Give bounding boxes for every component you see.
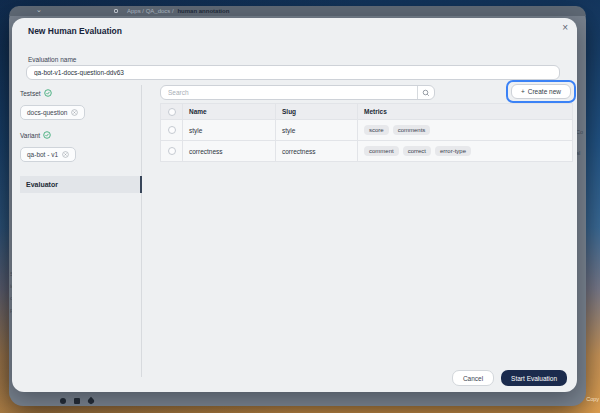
cell-metrics: score comments (358, 120, 573, 140)
plus-icon: + (521, 88, 525, 95)
cell-slug: correctness (276, 141, 358, 161)
breadcrumb-current: human annotation (177, 8, 229, 14)
create-new-button[interactable]: + Create new (511, 84, 571, 99)
table-row[interactable]: style style score comments (160, 120, 573, 141)
chevron-down-icon[interactable]: ⌄ (36, 5, 42, 15)
column-header-slug: Slug (276, 104, 358, 119)
testset-label: Testset (20, 89, 141, 97)
desktop-copy-text: Copy (586, 396, 599, 402)
column-header-name: Name (183, 104, 276, 119)
cell-name: style (183, 120, 276, 140)
search-icon[interactable] (417, 86, 434, 99)
row-checkbox[interactable] (168, 147, 176, 155)
close-icon[interactable]: × (562, 23, 568, 33)
app-topbar: ⌄ Apps / QA_docs / human annotation (9, 6, 586, 16)
table-row[interactable]: correctness correctness comment correct … (160, 141, 573, 162)
search-input[interactable] (161, 89, 417, 96)
remove-circle-icon[interactable] (62, 151, 69, 158)
background-right-text-fragments: Co al (576, 122, 585, 164)
twitter-icon[interactable] (87, 397, 95, 405)
create-new-highlight-ring: + Create new (506, 80, 576, 103)
variant-chip[interactable]: qa-bot - v1 (20, 147, 76, 162)
table-header-row: Name Slug Metrics (160, 104, 573, 120)
testset-chip[interactable]: docs-question (20, 105, 85, 120)
github-icon[interactable] (60, 398, 66, 404)
new-human-evaluation-modal: New Human Evaluation × Evaluation name T… (12, 18, 577, 392)
cell-metrics: comment correct error-type (358, 141, 573, 161)
cell-name: correctness (183, 141, 276, 161)
remove-circle-icon[interactable] (71, 109, 78, 116)
linkedin-icon[interactable] (74, 398, 80, 404)
metric-chip: comment (364, 146, 399, 156)
modal-footer: Cancel Start Evaluation (452, 370, 567, 386)
modal-body: Testset docs-question Variant qa-bot - v… (20, 85, 573, 377)
metric-chip: score (364, 125, 389, 135)
search-box (160, 85, 435, 100)
cell-slug: style (276, 120, 358, 140)
start-evaluation-button[interactable]: Start Evaluation (501, 370, 567, 386)
app-square-icon (114, 9, 118, 13)
breadcrumb-prefix[interactable]: Apps / QA_docs / (127, 8, 174, 14)
desktop-background: ⌄ Apps / QA_docs / human annotation S ic… (0, 0, 600, 413)
sidebar-item-evaluator[interactable]: Evaluator (20, 176, 142, 193)
row-checkbox[interactable] (168, 126, 176, 134)
cancel-button[interactable]: Cancel (452, 370, 494, 386)
modal-sidebar: Testset docs-question Variant qa-bot - v… (20, 85, 142, 377)
evaluation-name-label: Evaluation name (28, 56, 76, 63)
select-all-checkbox[interactable] (168, 108, 176, 116)
app-footer-icons (60, 398, 94, 404)
evaluators-table: Name Slug Metrics style style score comm… (160, 103, 573, 162)
check-circle-icon (44, 89, 52, 97)
metric-chip: error-type (435, 146, 471, 156)
metric-chip: comments (393, 125, 431, 135)
modal-title: New Human Evaluation (28, 26, 122, 36)
variant-label: Variant (20, 131, 141, 139)
column-header-metrics: Metrics (358, 104, 573, 119)
evaluation-name-input[interactable] (26, 65, 560, 80)
breadcrumb: Apps / QA_docs / human annotation (127, 6, 229, 16)
metric-chip: correct (403, 146, 431, 156)
evaluator-panel: + Create new Name Slug Metrics style st (142, 85, 573, 377)
check-circle-icon (43, 131, 51, 139)
